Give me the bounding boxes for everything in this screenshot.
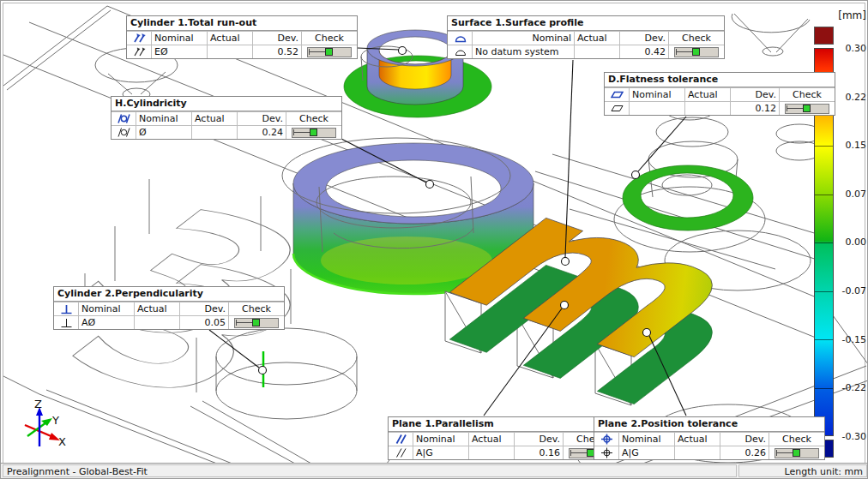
annotation-cylinder1-total-runout[interactable]: Cylinder 1.Total run-out Nominal Actual … [126, 15, 358, 59]
status-bar: Prealignment - Global-Best-Fit Length un… [1, 463, 868, 478]
scale-tick-label: 0.00 [835, 237, 866, 248]
actual-value [208, 45, 253, 59]
annotation-cylinder2-perpendicularity[interactable]: Cylinder 2.Perpendicularity Nominal Actu… [53, 286, 285, 330]
scale-tick-label: 0.07 [835, 189, 866, 200]
scale-tick-label: 0.30 [835, 43, 866, 54]
annotation-h-cylindricity[interactable]: H.Cylindricity Nominal Actual Dev. Check… [111, 96, 342, 140]
annotation-title: D.Flatness tolerance [605, 73, 835, 87]
perpendicularity-icon [60, 303, 73, 314]
nominal-value: AØ [79, 316, 135, 330]
3d-viewport[interactable]: 3 3 [3, 3, 865, 464]
flatness-icon [611, 89, 624, 100]
check-indicator [292, 128, 336, 138]
nominal-value: EØ [152, 45, 208, 59]
cylindricity-icon [118, 127, 130, 138]
axis-x-label: X [58, 435, 66, 448]
annotation-surface1-surface-profile[interactable]: Surface 1.Surface profile Nominal Actual… [447, 15, 725, 59]
scale-tick-label: -0.22 [835, 382, 866, 393]
parallelism-icon [395, 447, 407, 458]
deviation-value: 0.05 [180, 316, 229, 330]
axis-y-label: Y [51, 414, 59, 427]
surface-profile-icon [454, 33, 467, 44]
nominal-value: A|G [619, 446, 675, 460]
axes-triad: Z Y X [25, 398, 66, 448]
flatness-icon [611, 103, 624, 114]
annotation-plane1-parallelism[interactable]: Plane 1.Parallelism Nominal Actual Dev. … [388, 416, 619, 460]
parallelism-icon [395, 434, 407, 445]
deviation-value: 0.42 [620, 45, 669, 59]
annotation-title: Cylinder 1.Total run-out [127, 16, 357, 31]
deviation-value: 0.12 [731, 102, 780, 116]
actual-value [135, 316, 180, 330]
alignment-status: Prealignment - Global-Best-Fit [3, 464, 737, 477]
check-indicator [674, 47, 719, 57]
nominal-value: A|G [413, 446, 469, 460]
nominal-value [630, 102, 685, 116]
total-runout-icon [133, 33, 146, 44]
perpendicularity-icon [60, 317, 73, 328]
actual-value [685, 102, 731, 116]
nominal-value: Ø [136, 126, 192, 140]
actual-value [675, 446, 720, 460]
deviation-value: 0.26 [720, 446, 769, 460]
scale-tick-label: -0.15 [835, 334, 866, 345]
scale-tick-label: 0.15 [835, 140, 866, 151]
annotation-plane2-position-tolerance[interactable]: Plane 2.Position tolerance Nominal Actua… [594, 416, 825, 460]
deviation-value: 0.52 [253, 45, 302, 59]
scale-overrange-block [814, 27, 834, 45]
cylindricity-icon [118, 113, 130, 124]
scale-tick-label: 0.22 [835, 92, 866, 103]
axis-z-label: Z [34, 398, 42, 410]
annotation-title: Cylinder 2.Perpendicularity [54, 287, 284, 302]
position-icon [600, 447, 613, 458]
position-icon [600, 434, 613, 445]
total-runout-icon [133, 46, 146, 57]
deviation-value: 0.16 [515, 446, 564, 460]
inspection-window: 3 3 [0, 0, 868, 479]
check-indicator [307, 47, 352, 57]
surface-profile-icon [454, 46, 467, 57]
scale-unit-label: [mm] [817, 9, 866, 21]
check-indicator [785, 104, 829, 114]
annotation-title: Surface 1.Surface profile [448, 16, 724, 31]
annotation-title: Plane 2.Position tolerance [594, 417, 824, 432]
annotation-title: H.Cylindricity [112, 97, 341, 111]
actual-value [192, 126, 238, 140]
actual-value [469, 446, 515, 460]
annotation-d-flatness-tolerance[interactable]: D.Flatness tolerance Nominal Actual Dev.… [604, 72, 835, 116]
annotation-title: Plane 1.Parallelism [389, 417, 618, 432]
deviation-value: 0.24 [238, 126, 286, 140]
length-unit-status: Length unit: mm [738, 464, 867, 477]
check-indicator [234, 318, 279, 328]
scale-tick-label: -0.07 [835, 285, 866, 296]
actual-value [575, 45, 620, 59]
scale-tick-label: -0.30 [835, 431, 866, 442]
nominal-value: No datum system [473, 45, 575, 59]
check-indicator [775, 448, 819, 458]
